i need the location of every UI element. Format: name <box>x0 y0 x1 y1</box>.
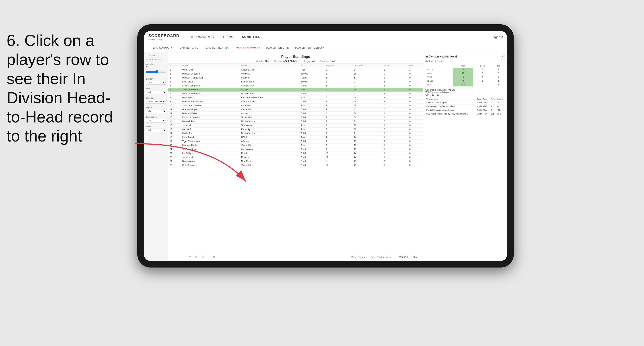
table-row[interactable]: 7 Nicholas Gabrelcik North Florida Fourt… <box>168 92 423 96</box>
sidebar: Update time: 27/03/2024 16:56:26 No Rds.… <box>144 52 168 261</box>
division-label: Division <box>146 97 166 99</box>
cell-rds: 0 <box>382 108 408 112</box>
tournament-type: Stroke Play <box>476 108 490 112</box>
table-row[interactable]: 10 Jacob Mau-Olesen Arkansas Fifth 3 25 … <box>168 104 423 108</box>
sidebar-division: Division NCAA Division I <box>146 97 166 104</box>
sub-nav-player-h2h-heatmap[interactable]: PLAYER H2H HEATMAP <box>292 43 327 52</box>
cell-reg: 2 <box>324 76 352 80</box>
cell-yr: Third <box>299 132 324 136</box>
cell-conf: 24 <box>352 156 382 160</box>
sub-nav-team-h2h-heatmap[interactable]: TEAM H2H HEATMAP <box>201 43 233 52</box>
table-row[interactable]: 8 Mats Ege East Tennessee State Fifth 1 … <box>168 96 423 100</box>
h2h-win: 22 <box>453 75 473 79</box>
gender-select[interactable]: Men <box>146 81 166 85</box>
table-row[interactable]: 5 Christo Lamprecht Georgia Tech Fourth … <box>168 84 423 88</box>
filter-gender: Gender: Men <box>256 60 269 63</box>
year-label: Year <box>146 87 166 90</box>
cell-win: 0 <box>408 152 423 156</box>
copy-button[interactable]: ⊞ <box>194 255 199 259</box>
sub-nav-team-h2h-grid[interactable]: TEAM H2H GRID <box>175 43 201 52</box>
cell-yr: Fifth <box>299 104 324 108</box>
division-select[interactable]: NCAA Division I <box>146 100 166 104</box>
cell-rds: 1 <box>382 132 408 136</box>
cut-button[interactable]: ✂ <box>188 255 192 259</box>
tournament-type: Match Play <box>476 112 490 116</box>
table-row[interactable]: 12 Brendan Valles Auburn Third 1 24 1 0 <box>168 112 423 116</box>
nav-teams[interactable]: TEAMS <box>218 31 238 43</box>
paste-button[interactable]: 📋 <box>200 255 206 259</box>
tournament-score: -17 <box>496 101 505 105</box>
tournament-score: -17 <box>496 108 505 112</box>
table-row[interactable]: 21 Taehoon Song Washington Fourth 6 23 1… <box>168 148 423 152</box>
table-row[interactable]: 1 Wenyi Ding Arizona State First 1 1 1 1 <box>168 68 423 72</box>
table-row[interactable]: 16 Alex Goff Kentucky Fifth 8 19 0 0 <box>168 128 423 132</box>
table-row[interactable]: 2 Michael La Sasso Ole Miss Second 1 19 … <box>168 72 423 76</box>
table-row[interactable]: 25 Cole Sherwood Vanderbilt Third 12 23 … <box>168 163 423 167</box>
region-select[interactable]: N/a <box>146 109 166 113</box>
table-row[interactable]: 17 David Ford North Carolina Third 3 21 … <box>168 132 423 136</box>
sub-nav-player-summary[interactable]: PLAYER SUMMARY <box>233 43 263 52</box>
cell-school: Vanderbilt <box>240 163 299 167</box>
h2h-grid-row: 26-50 22 4 1 <box>426 75 505 79</box>
undo-button[interactable]: ↩ <box>171 255 176 259</box>
watch-button[interactable]: Watch ▾ <box>398 255 410 259</box>
nav-tournaments[interactable]: TOURNAMENTS <box>186 31 218 43</box>
cell-num: 12 <box>168 112 181 116</box>
table-row[interactable]: 18 Luke Powell UCLA First 4 24 1 0 <box>168 136 423 140</box>
table-row[interactable]: 13 Phchakon Malchon Texas A&M Third 6 30… <box>168 116 423 120</box>
table-row[interactable]: 14 Maxwell Ford North Carolina Third 3 2… <box>168 120 423 124</box>
rounds-slider[interactable] <box>146 69 166 74</box>
table-row[interactable]: 19 Tiger Christensen Arizona Third 8 23 … <box>168 140 423 144</box>
table-row[interactable]: 4 Luke Claton Florida State Second 1 27 … <box>168 80 423 84</box>
conference-select[interactable]: (All) <box>146 119 166 123</box>
h2h-win: 578 <box>453 83 473 86</box>
sub-nav-player-h2h-grid[interactable]: PLAYER H2H GRID <box>263 43 292 52</box>
tournaments-header-row: Tournament Event Type Pos Score <box>426 98 505 101</box>
cell-yr: Fourth <box>299 84 324 88</box>
player-select[interactable]: (All) <box>146 128 166 132</box>
table-row[interactable]: 15 Jake Hall Tennessee Fifth 2 20 1 0 <box>168 124 423 128</box>
cell-rds: 1 <box>382 112 408 116</box>
share-button[interactable]: Share <box>411 255 420 259</box>
cell-school: East Tennessee State <box>240 96 299 100</box>
filter-division: Division: NCAA Division I <box>274 60 300 63</box>
cell-player: Ian Gilligan <box>181 152 240 156</box>
cell-num: 10 <box>168 104 181 108</box>
table-row[interactable]: 20 Matthew Riedel Vanderbilt Fifth 6 22 … <box>168 144 423 148</box>
cell-rds: 1 <box>382 116 408 120</box>
cell-school: Missouri <box>240 156 299 160</box>
standings-table: # Player School Yr Reg Rank Conf Rank No… <box>168 64 423 167</box>
table-row[interactable]: 24 Bastien Amat New Mexico Fourth 1 27 2… <box>168 160 423 163</box>
save-custom-button[interactable]: Save Custom View <box>369 255 392 259</box>
cell-yr: Third <box>299 140 324 144</box>
cell-school: Tennessee <box>240 124 299 128</box>
h2h-panel: In Division Head-to-Head ✕ Jackson Koivu… <box>423 52 507 261</box>
refresh-button[interactable]: ↻ <box>212 255 216 259</box>
h2h-range: Top 10 <box>426 68 453 71</box>
table-row[interactable]: 23 Jack Lundin Missouri Fourth 11 24 1 0 <box>168 156 423 160</box>
h2h-close-button[interactable]: ✕ <box>500 54 505 59</box>
sub-nav-team-summary[interactable]: TEAM SUMMARY <box>148 43 175 52</box>
sidebar-player: Player (All) <box>146 125 166 132</box>
scoreboard-logo: SCOREBOARD Powered by clippi <box>148 34 180 40</box>
table-row[interactable]: 11 Gordon Sargent Vanderbilt Third 4 21 … <box>168 108 423 112</box>
table-row[interactable]: 6 Jackson Koivun Auburn First 1 19 1 0 <box>168 88 423 92</box>
table-row[interactable]: 22 Ian Gilligan Florida Third 10 24 1 0 <box>168 152 423 156</box>
cell-reg: 1 <box>324 160 352 163</box>
cell-yr: Third <box>299 112 324 116</box>
gender-label: Gender <box>146 78 166 80</box>
cell-player: David Ford <box>181 132 240 136</box>
cell-player: Tiger Christensen <box>181 140 240 144</box>
tournament-row: SEC Match Play hosted by Jerry Pate Roun… <box>426 112 505 116</box>
h2h-grid-row: Top 10 8 3 2 <box>426 68 505 71</box>
cell-player: Jackson Koivun <box>181 88 240 92</box>
view-original-button[interactable]: View: Original <box>350 255 368 259</box>
cell-conf: 19 <box>352 128 382 132</box>
table-row[interactable]: 9 Preston Summerhays Arizona State Third… <box>168 100 423 104</box>
sign-out-button[interactable]: Sign out <box>493 36 503 39</box>
year-select[interactable]: (All) <box>146 90 166 94</box>
redo-button[interactable]: ↪ <box>178 255 182 259</box>
nav-committee[interactable]: COMMITTEE <box>238 31 265 43</box>
sidebar-update: Update time: 27/03/2024 16:56:26 <box>146 54 166 61</box>
table-row[interactable]: 3 Michael Thorbjornsen Stanford Fourth 2… <box>168 76 423 80</box>
